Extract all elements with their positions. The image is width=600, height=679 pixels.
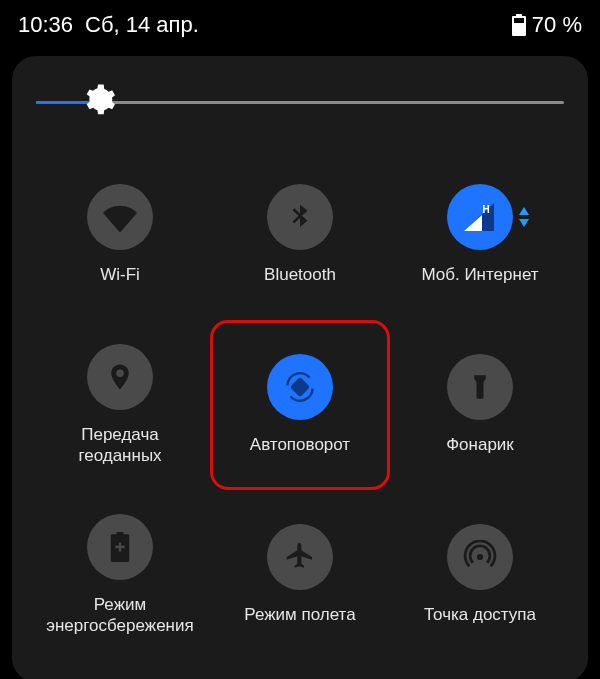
brightness-slider[interactable] <box>36 84 564 120</box>
tile-label: Моб. Интернет <box>421 264 538 285</box>
tile-flashlight[interactable]: Фонарик <box>390 320 570 490</box>
battery-percentage: 70 % <box>532 12 582 38</box>
tile-airplane-mode[interactable]: Режим полета <box>210 490 390 660</box>
tile-label: Режим энергосбережения <box>46 594 193 637</box>
status-bar: 10:36 Сб, 14 апр. 70 % <box>0 0 600 44</box>
flashlight-icon <box>447 354 513 420</box>
tile-battery-saver[interactable]: Режим энергосбережения <box>30 490 210 660</box>
svg-text:H: H <box>482 204 489 215</box>
tiles-grid: Wi-Fi Bluetooth H Моб. Интернет <box>30 150 570 660</box>
hotspot-icon <box>447 524 513 590</box>
battery-icon <box>512 14 526 36</box>
mobile-data-icon: H <box>447 184 513 250</box>
status-time: 10:36 <box>18 12 73 38</box>
wifi-icon <box>87 184 153 250</box>
tile-label: Автоповорот <box>250 434 350 455</box>
tile-label: Фонарик <box>446 434 514 455</box>
svg-rect-2 <box>290 377 310 397</box>
brightness-thumb-gear-icon[interactable] <box>82 83 116 121</box>
autorotate-icon <box>267 354 333 420</box>
location-pin-icon <box>87 344 153 410</box>
svg-rect-0 <box>514 18 524 23</box>
battery-saver-icon <box>87 514 153 580</box>
status-right: 70 % <box>512 12 582 38</box>
tile-autorotate[interactable]: Автоповорот <box>210 320 390 490</box>
tile-hotspot[interactable]: Точка доступа <box>390 490 570 660</box>
status-date: Сб, 14 апр. <box>85 12 512 38</box>
svg-point-3 <box>477 554 483 560</box>
mobile-data-arrows-icon <box>519 207 529 227</box>
tile-bluetooth[interactable]: Bluetooth <box>210 150 390 320</box>
tile-label: Bluetooth <box>264 264 336 285</box>
tile-label: Режим полета <box>244 604 355 625</box>
tile-label: Точка доступа <box>424 604 536 625</box>
tile-location[interactable]: Передача геоданных <box>30 320 210 490</box>
airplane-icon <box>267 524 333 590</box>
tile-mobile-data[interactable]: H Моб. Интернет <box>390 150 570 320</box>
quick-settings-panel: Wi-Fi Bluetooth H Моб. Интернет <box>12 56 588 679</box>
bluetooth-icon <box>267 184 333 250</box>
tile-label: Wi-Fi <box>100 264 140 285</box>
tile-label: Передача геоданных <box>38 424 202 467</box>
brightness-track <box>36 101 564 104</box>
tile-wifi[interactable]: Wi-Fi <box>30 150 210 320</box>
